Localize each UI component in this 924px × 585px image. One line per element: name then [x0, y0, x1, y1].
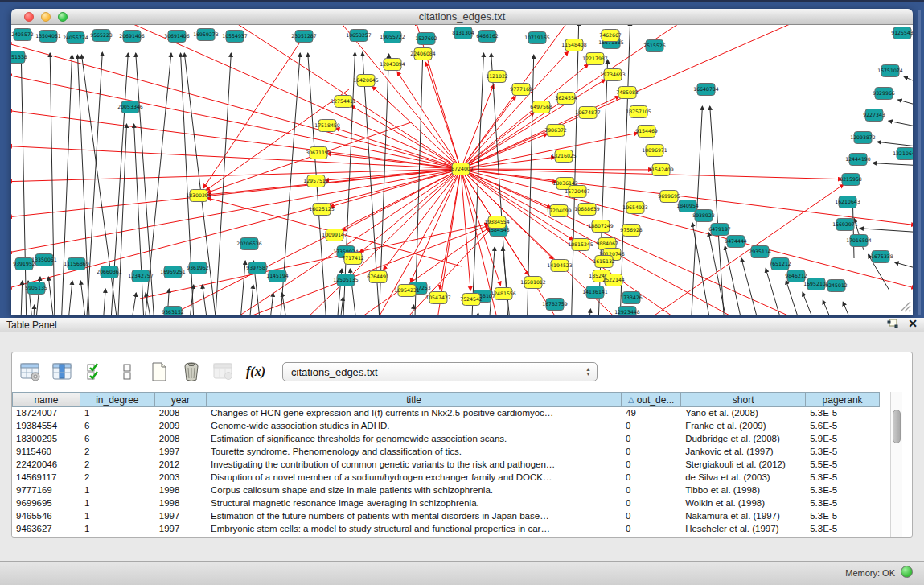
graph-node[interactable]: 1121022 [486, 71, 508, 83]
table-cell[interactable]: 2 [80, 472, 155, 484]
table-cell[interactable]: 0 [622, 484, 681, 497]
citation-edge-red[interactable] [461, 169, 904, 315]
graph-node[interactable]: 12093872 [850, 132, 876, 144]
graph-node[interactable]: 12342757 [128, 270, 154, 282]
table-cell[interactable]: Tibbo et al. (1998) [681, 484, 806, 497]
citation-edge-black[interactable] [889, 121, 913, 128]
table-cell[interactable]: 0 [622, 510, 681, 523]
table-cell[interactable]: 5.3E-5 [806, 446, 880, 459]
table-cell[interactable]: 5.3E-5 [806, 523, 880, 536]
citation-edge-black[interactable] [80, 281, 92, 315]
graph-node[interactable]: 19055722 [380, 31, 405, 43]
table-cell[interactable]: 18300295 [12, 433, 80, 446]
citation-edge-red[interactable] [11, 75, 461, 169]
graph-node[interactable]: 7717412 [342, 253, 364, 265]
table-cell[interactable]: 5.6E-5 [806, 420, 880, 433]
graph-node[interactable]: 11156869 [64, 258, 89, 270]
delete-table-icon[interactable] [179, 360, 203, 384]
graph-node[interactable]: 6479197 [708, 224, 731, 236]
graph-node[interactable]: 15720407 [565, 186, 590, 198]
citation-edge-black[interactable] [244, 285, 253, 315]
table-cell[interactable]: 2 [80, 446, 155, 459]
table-cell[interactable]: 19384554 [12, 420, 80, 433]
table-cell[interactable]: 0 [622, 472, 681, 484]
new-table-icon[interactable] [147, 360, 171, 384]
citation-edge-red[interactable] [11, 169, 461, 182]
table-cell[interactable]: 1998 [155, 484, 207, 497]
graph-node[interactable]: 10719165 [524, 32, 550, 44]
table-cell[interactable]: 2008 [155, 433, 207, 446]
table-cell[interactable]: Stergiakouli et al. (2012) [681, 459, 806, 472]
table-cell[interactable]: Investigating the contribution of common… [207, 459, 622, 472]
table-cell[interactable]: 5.3E-5 [806, 472, 880, 484]
citation-edge-red[interactable] [116, 25, 461, 169]
graph-node[interactable]: 18300295 [186, 190, 211, 202]
graph-node[interactable]: 10547427 [425, 292, 451, 304]
table-cell[interactable]: 6 [80, 433, 155, 446]
graph-node[interactable]: 13216025 [551, 150, 577, 163]
table-cell[interactable]: Genome-wide association studies in ADHD. [207, 420, 622, 433]
graph-node[interactable]: 12210643 [893, 148, 913, 160]
table-cell[interactable]: 5.5E-5 [806, 459, 880, 472]
graph-node[interactable]: 9474444 [725, 236, 747, 248]
table-options-icon[interactable] [18, 360, 43, 384]
table-row[interactable]: 946554611997Estimation of the future num… [12, 510, 880, 523]
table-cell[interactable]: 5.9E-5 [806, 433, 880, 446]
row-selection-icon[interactable] [83, 360, 107, 384]
graph-node[interactable]: 9756928 [620, 225, 643, 237]
table-cell[interactable]: Disruption of a novel member of a sodium… [207, 472, 622, 484]
table-cell[interactable]: 6 [80, 420, 155, 433]
scrollbar-thumb[interactable] [893, 410, 901, 443]
table-cell[interactable]: 18724007 [12, 407, 80, 420]
table-row[interactable]: 1456911722003Disruption of a novel membe… [12, 472, 880, 484]
citation-edge-red[interactable] [384, 169, 461, 270]
graph-node[interactable]: 13504061 [35, 31, 61, 43]
graph-node[interactable]: 13350061 [31, 254, 57, 266]
table-cell[interactable]: 0 [622, 433, 681, 446]
table-cell[interactable]: Hescheler et al. (1997) [681, 523, 806, 536]
column-visibility-icon[interactable] [51, 360, 75, 384]
table-cell[interactable]: de Silva et al. (2003) [681, 472, 806, 484]
graph-node[interactable]: 16782759 [542, 299, 568, 311]
table-cell[interactable]: Estimation of the future numbers of pati… [207, 510, 622, 523]
graph-node[interactable]: 20660361 [97, 266, 122, 278]
close-icon[interactable]: ✕ [908, 319, 918, 332]
citation-edge-black[interactable] [413, 56, 423, 315]
graph-node[interactable]: 17016504 [846, 235, 872, 247]
table-cell[interactable]: 49 [622, 407, 681, 420]
graph-node[interactable]: 12043894 [380, 59, 405, 71]
graph-node[interactable]: 20053346 [117, 101, 143, 113]
graph-node[interactable]: 30671193 [306, 147, 331, 159]
graph-node[interactable]: 6466162 [476, 31, 499, 43]
citation-edge-black[interactable] [877, 142, 913, 147]
graph-node[interactable]: 9125543 [891, 27, 913, 39]
table-cell[interactable]: 2 [80, 459, 155, 472]
column-header-short[interactable]: short [681, 392, 806, 407]
citation-edge-black[interactable] [895, 262, 913, 270]
graph-node[interactable]: 16581012 [520, 277, 546, 289]
graph-node[interactable]: 8938923 [692, 210, 715, 222]
table-cell[interactable]: Corpus callosum shape and size in male p… [207, 484, 622, 497]
graph-node[interactable]: 16959273 [193, 29, 219, 41]
graph-node[interactable]: 16025125 [309, 204, 335, 216]
table-row[interactable]: 969969511998Structural magnetic resonanc… [12, 497, 880, 510]
table-cell[interactable]: 9465546 [12, 510, 80, 523]
citation-edge-black[interactable] [64, 281, 72, 315]
table-cell[interactable]: 0 [622, 420, 681, 433]
table-cell[interactable]: 5.3E-5 [806, 407, 880, 420]
graph-node[interactable]: 16954231 [394, 285, 420, 297]
table-row[interactable]: 1830029562008Estimation of significance … [12, 433, 880, 446]
graph-node[interactable]: 24055724 [63, 32, 88, 44]
citation-edge-black[interactable] [904, 76, 913, 85]
graph-node[interactable]: 14194523 [547, 260, 573, 272]
table-cell[interactable]: 1997 [155, 523, 207, 536]
citation-edge-red[interactable] [359, 169, 461, 253]
graph-node[interactable]: 9699695 [658, 191, 680, 203]
graph-node[interactable]: 9397587 [246, 262, 269, 274]
column-header-pagerank[interactable]: pagerank [806, 392, 880, 407]
column-header-in_degree[interactable]: in_degree [80, 392, 155, 407]
graph-node[interactable]: 18807249 [588, 220, 614, 233]
citation-edge-black[interactable] [100, 289, 105, 315]
graph-node[interactable]: 17204099 [546, 205, 572, 217]
table-cell[interactable]: Franke et al. (2009) [681, 420, 806, 433]
